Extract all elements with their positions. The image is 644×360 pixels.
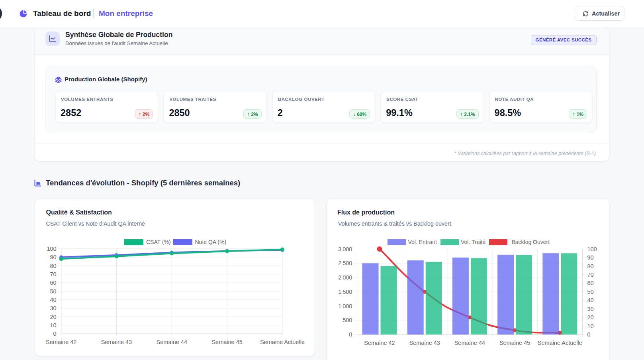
svg-text:100: 100 [587,246,597,252]
svg-text:Semaine 45: Semaine 45 [211,339,242,345]
svg-text:20: 20 [50,314,56,320]
svg-text:Semaine Actuelle: Semaine Actuelle [538,340,582,346]
svg-text:90: 90 [50,254,56,260]
svg-text:Semaine Actuelle: Semaine Actuelle [260,339,304,345]
svg-text:0: 0 [587,331,590,338]
svg-text:Semaine 45: Semaine 45 [499,340,530,346]
svg-text:30: 30 [587,306,593,312]
svg-text:Semaine 43: Semaine 43 [101,339,131,345]
svg-text:Semaine 42: Semaine 42 [46,339,76,345]
svg-text:90: 90 [587,254,593,261]
svg-text:60: 60 [587,280,593,286]
svg-text:500: 500 [343,317,352,323]
svg-text:60: 60 [50,279,56,286]
svg-text:20: 20 [587,314,593,321]
svg-text:2 500: 2 500 [338,260,352,266]
svg-text:10: 10 [50,322,56,329]
svg-text:Semaine 44: Semaine 44 [156,339,187,345]
svg-text:1 500: 1 500 [338,289,352,295]
svg-text:100: 100 [47,246,56,252]
svg-text:Semaine 42: Semaine 42 [364,340,395,346]
svg-text:Semaine 44: Semaine 44 [454,340,485,346]
svg-text:0: 0 [53,330,56,337]
svg-text:1 000: 1 000 [338,303,352,309]
svg-text:40: 40 [587,297,593,303]
svg-text:80: 80 [587,263,593,270]
svg-text:40: 40 [50,297,56,303]
svg-text:30: 30 [50,305,56,311]
svg-text:0: 0 [349,331,352,338]
svg-text:2 000: 2 000 [338,274,352,281]
svg-text:10: 10 [587,323,593,329]
svg-text:3 000: 3 000 [338,246,352,252]
svg-text:50: 50 [587,289,593,295]
svg-text:50: 50 [50,288,56,295]
svg-text:70: 70 [50,271,56,277]
svg-text:Semaine 43: Semaine 43 [409,340,440,346]
svg-text:80: 80 [50,263,56,269]
svg-text:70: 70 [587,271,593,278]
